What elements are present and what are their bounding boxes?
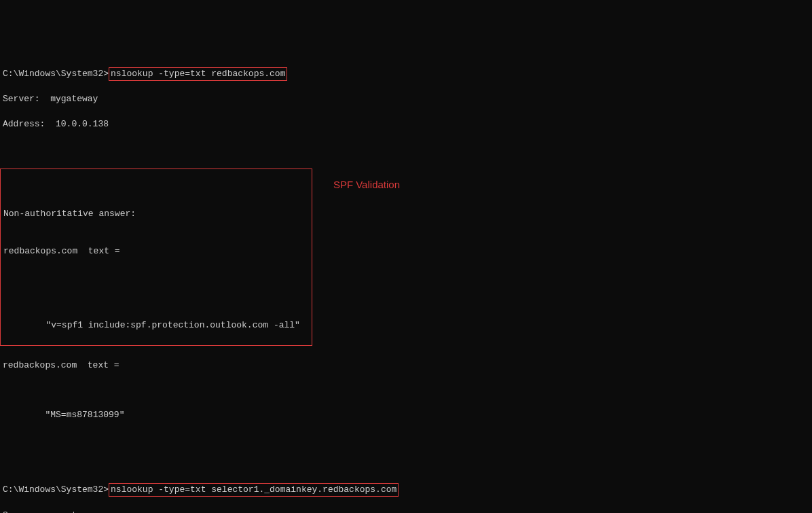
command-line[interactable]: C:\Windows\System32>nslookup -type=txt s… (0, 483, 812, 497)
spf-label: SPF Validation (333, 177, 400, 192)
blank-line (0, 385, 812, 397)
command-highlight: nslookup -type=txt selector1._domainkey.… (109, 483, 399, 497)
command-highlight: nslookup -type=txt redbackops.com (109, 67, 287, 81)
address-line: Address: 10.0.0.138 (0, 118, 812, 130)
blank-line (0, 143, 812, 155)
txt-record-value: "v=spf1 include:spf.protection.outlook.c… (3, 319, 309, 332)
command-line[interactable]: C:\Windows\System32>nslookup -type=txt r… (0, 67, 812, 81)
prompt: C:\Windows\System32> (3, 484, 109, 495)
blank-line (3, 282, 309, 294)
prompt: C:\Windows\System32> (3, 69, 109, 79)
answer-header: Non-authoritative answer: (3, 208, 309, 220)
txt-record-value: "MS=ms87813099" (0, 409, 812, 421)
server-line: Server: mygateway (0, 510, 812, 514)
spf-section: SPF Validation Non-authoritative answer:… (0, 169, 312, 346)
txt-record-line: redbackops.com text = (0, 359, 812, 372)
txt-record-line: redbackops.com text = (3, 245, 309, 258)
server-line: Server: mygateway (0, 93, 812, 105)
blank-line (0, 434, 812, 446)
